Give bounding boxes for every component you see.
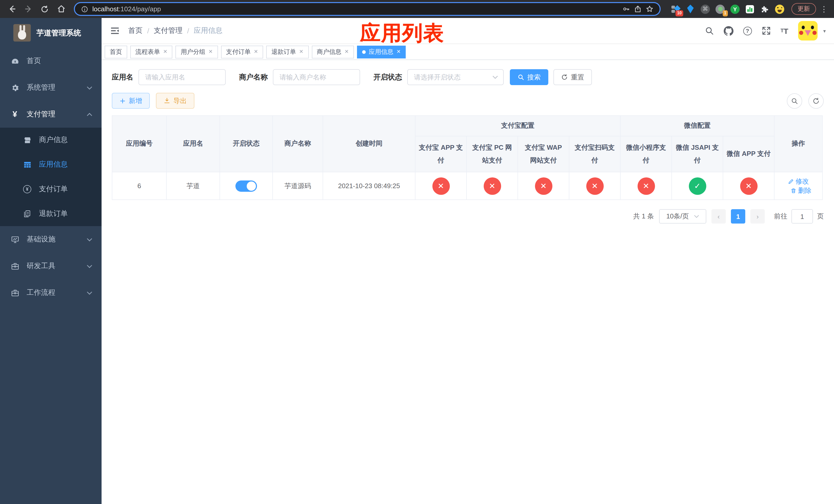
help-icon[interactable]: ? [743, 26, 752, 35]
edit-link[interactable]: 修改 [788, 177, 809, 186]
col-wx-lite: 微信小程序支付 [620, 136, 672, 172]
app-name-input[interactable] [138, 69, 226, 85]
sidebar-item-merchant-info[interactable]: 商户信息 [0, 128, 102, 152]
monitor-icon [10, 235, 20, 244]
sidebar-menu: 首页 系统管理 ¥ 支付管理 [0, 48, 102, 306]
close-icon[interactable]: ✕ [254, 49, 258, 54]
sidebar-item-dev-tools[interactable]: 研发工具 [0, 253, 102, 279]
sidebar-item-workflow[interactable]: 工作流程 [0, 279, 102, 306]
goto-suffix: 页 [817, 212, 824, 221]
app-logo[interactable]: 芋道管理系统 [0, 18, 102, 48]
user-avatar[interactable] [798, 21, 818, 41]
browser-home-icon[interactable] [54, 2, 68, 16]
extensions-row: 10 ⌘ 1 Y [667, 4, 788, 14]
avatar-caret-icon[interactable]: ▾ [823, 28, 826, 33]
sidebar-item-infrastructure[interactable]: 基础设施 [0, 226, 102, 253]
font-size-icon[interactable]: TT [781, 27, 788, 35]
breadcrumb-home[interactable]: 首页 [128, 26, 142, 36]
next-page-button[interactable]: › [750, 209, 765, 224]
goto-prefix: 前往 [774, 212, 787, 221]
browser-forward-icon[interactable] [22, 2, 35, 16]
password-key-icon[interactable] [622, 5, 630, 13]
export-button[interactable]: 导出 [156, 93, 194, 109]
cell-actions: 修改 删除 [774, 172, 822, 200]
chevron-down-icon [87, 238, 92, 241]
tab-user-group[interactable]: 用户分组✕ [176, 45, 218, 58]
chevron-down-icon [87, 291, 92, 295]
col-alipay-pc: 支付宝 PC 网站支付 [466, 136, 518, 172]
col-actions: 操作 [774, 116, 822, 172]
sidebar: 芋道管理系统 首页 系统管理 [0, 18, 102, 504]
sidebar-item-pay-orders[interactable]: ¥ 支付订单 [0, 177, 102, 202]
reset-button[interactable]: 重置 [553, 69, 592, 85]
status-toggle[interactable] [236, 180, 257, 191]
extension-emoji-icon[interactable] [775, 4, 784, 14]
sidebar-item-home[interactable]: 首页 [0, 48, 102, 74]
app-table: 应用编号 应用名 开启状态 商户名称 创建时间 支付宝配置 微信配置 操作 支付… [112, 115, 823, 200]
site-info-icon[interactable] [81, 5, 88, 13]
extension-chart-icon[interactable] [745, 4, 754, 14]
prev-page-button[interactable]: ‹ [711, 209, 726, 224]
sidebar-item-payment[interactable]: ¥ 支付管理 [0, 101, 102, 128]
close-icon[interactable]: ✕ [396, 49, 401, 54]
share-icon[interactable] [634, 5, 642, 13]
extension-green-y-icon[interactable]: Y [730, 4, 740, 14]
search-button[interactable]: 搜索 [510, 69, 548, 85]
browser-menu-icon[interactable]: ⋮ [819, 4, 829, 14]
tab-app-info[interactable]: 应用信息✕ [357, 45, 406, 58]
top-navbar: 首页 / 支付管理 / 应用信息 ? [102, 18, 834, 44]
refresh-button[interactable] [808, 93, 824, 109]
browser-back-icon[interactable] [5, 2, 19, 16]
sidebar-item-refund-orders[interactable]: 退款订单 [0, 202, 102, 226]
extension-kite-icon[interactable] [686, 4, 695, 14]
extensions-puzzle-icon[interactable] [760, 4, 769, 14]
sidebar-item-system[interactable]: 系统管理 [0, 74, 102, 101]
close-icon[interactable]: ✕ [345, 49, 349, 54]
tab-home[interactable]: 首页 [105, 45, 127, 58]
tab-process-form[interactable]: 流程表单✕ [130, 45, 173, 58]
page-size-select[interactable]: 10条/页 [659, 209, 706, 224]
extension-command-icon[interactable]: ⌘ [701, 4, 710, 14]
browser-reload-icon[interactable] [38, 2, 51, 16]
github-icon[interactable] [723, 26, 733, 36]
tab-refund-orders[interactable]: 退款订单✕ [266, 45, 308, 58]
group-alipay-config: 支付宝配置 [415, 116, 620, 136]
address-bar[interactable]: localhost:1024/pay/app [74, 2, 661, 16]
total-count: 共 1 条 [633, 212, 654, 221]
group-wechat-config: 微信配置 [620, 116, 774, 136]
documents-icon [23, 210, 32, 218]
toolbox-icon [10, 262, 20, 271]
close-icon[interactable]: ✕ [208, 49, 213, 54]
fullscreen-icon[interactable] [762, 26, 771, 36]
delete-link[interactable]: 删除 [790, 186, 811, 195]
goto-page-input[interactable] [791, 209, 813, 224]
sidebar-fold-icon[interactable] [110, 26, 120, 36]
table-toolbar: 新增 导出 [112, 93, 824, 109]
cell-app-id: 6 [112, 172, 167, 200]
status-check-icon: ✓ [688, 177, 706, 194]
gear-icon [10, 83, 20, 92]
cell-merchant: 芋道源码 [272, 172, 323, 200]
extension-workspaces-icon[interactable]: 10 [671, 4, 680, 14]
page-title-annotation: 应用列表 [360, 19, 444, 47]
toggle-search-button[interactable] [787, 93, 802, 109]
sidebar-item-app-info[interactable]: 应用信息 [0, 152, 102, 177]
bookmark-star-icon[interactable] [646, 5, 654, 13]
add-button[interactable]: 新增 [112, 93, 150, 109]
chevron-down-icon [492, 75, 498, 79]
search-icon[interactable] [704, 26, 714, 36]
merchant-name-input[interactable] [273, 69, 360, 85]
extension-profile-icon[interactable]: 1 [716, 4, 725, 14]
close-icon[interactable]: ✕ [299, 49, 303, 54]
tab-merchant-info[interactable]: 商户信息✕ [312, 45, 354, 58]
close-icon[interactable]: ✕ [163, 49, 168, 54]
tab-pay-orders[interactable]: 支付订单✕ [221, 45, 263, 58]
col-created: 创建时间 [323, 116, 415, 172]
col-app-name: 应用名 [167, 116, 220, 172]
chrome-update-button[interactable]: 更新 [791, 3, 816, 15]
status-select[interactable]: 请选择开启状态 [407, 69, 504, 85]
chevron-down-icon [87, 264, 92, 268]
col-alipay-qr: 支付宝扫码支付 [569, 136, 620, 172]
page-number-1[interactable]: 1 [731, 209, 745, 224]
breadcrumb-payment[interactable]: 支付管理 [154, 26, 182, 36]
